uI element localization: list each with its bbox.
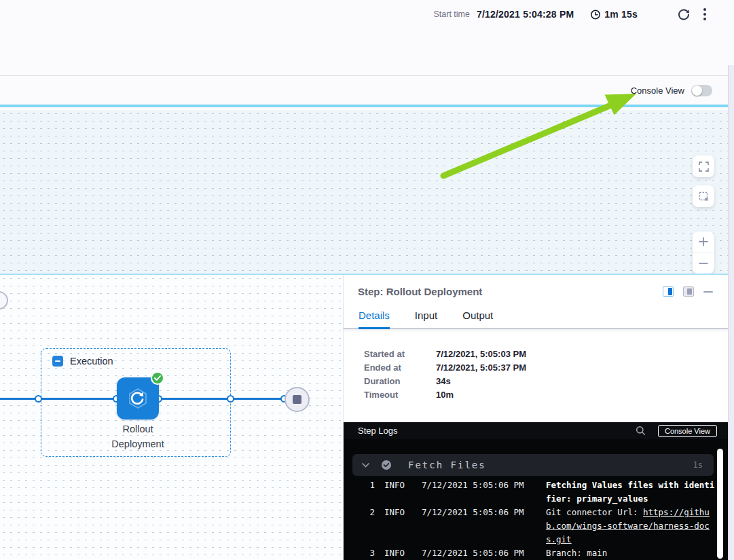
dock-panel-layout-icon[interactable] <box>683 286 694 297</box>
marquee-select-button[interactable] <box>693 185 714 207</box>
execution-meta: Start time 7/12/2021 5:04:28 PM 1m 15s <box>433 5 708 23</box>
node-label-line1: Rollout <box>70 422 206 436</box>
panel-actions <box>663 286 713 297</box>
dock-right-layout-icon[interactable] <box>663 286 674 297</box>
detail-value: 34s <box>436 375 728 388</box>
rollout-deployment-node[interactable] <box>117 377 159 419</box>
collapse-group-button[interactable] <box>52 356 63 367</box>
log-level: INFO <box>375 479 411 506</box>
log-rows: 1INFO7/12/2021 5:05:06 PMFetching Values… <box>352 479 728 560</box>
elapsed-value: 1m 15s <box>604 9 638 20</box>
console-view-label: Console View <box>631 86 684 96</box>
tab-input[interactable]: Input <box>415 310 437 328</box>
log-section-header[interactable]: Fetch Files 1s <box>352 454 714 476</box>
log-line: 3INFO7/12/2021 5:05:06 PMBranch: main <box>352 546 728 560</box>
log-level: INFO <box>375 546 411 560</box>
detail-value: 7/12/2021, 5:05:37 PM <box>436 361 728 375</box>
panel-title: Step: Rollout Deployment <box>358 286 482 297</box>
search-icon <box>636 426 646 436</box>
section-success-icon <box>381 460 392 470</box>
zoom-in-icon <box>698 236 709 247</box>
kebab-menu-icon <box>703 7 707 21</box>
console-view-switch[interactable] <box>691 85 712 96</box>
refresh-button[interactable] <box>676 6 692 22</box>
previous-node-partial <box>0 291 8 310</box>
more-options-button[interactable] <box>701 6 708 22</box>
log-message: Fetching Values files with identifier: p… <box>527 479 717 506</box>
step-details-panel: Step: Rollout Deployment DetailsInputOut… <box>343 275 728 560</box>
zoom-controls <box>693 231 714 274</box>
right-edge-panel <box>728 65 734 560</box>
node-label: Rollout Deployment <box>70 422 206 451</box>
elapsed-duration: 1m 15s <box>590 9 638 20</box>
panel-tabs: DetailsInputOutput <box>344 304 728 329</box>
switch-knob <box>692 86 702 96</box>
pipeline-execution-page: Start time 7/12/2021 5:04:28 PM 1m 15s <box>0 0 734 560</box>
clock-icon <box>590 9 601 20</box>
execution-group-label: Execution <box>70 356 113 367</box>
stage-canvas[interactable] <box>0 110 728 274</box>
log-line-number: 3 <box>352 546 375 560</box>
rollout-icon <box>124 385 151 412</box>
detail-value: 10m <box>436 388 728 402</box>
detail-label: Timeout <box>364 388 436 402</box>
logs-console-view-button[interactable]: Console View <box>658 425 717 437</box>
minus-icon <box>55 360 60 362</box>
log-line-number: 1 <box>352 479 375 506</box>
detail-label: Started at <box>364 348 436 361</box>
zoom-out-button[interactable] <box>693 253 714 274</box>
detail-row: Duration34s <box>364 375 728 388</box>
log-section-duration: 1s <box>693 460 703 470</box>
log-search-button[interactable] <box>636 426 646 436</box>
fullscreen-icon <box>699 162 709 172</box>
zoom-out-icon <box>698 258 709 269</box>
zoom-in-button[interactable] <box>693 231 714 253</box>
log-line-number: 2 <box>352 506 375 546</box>
detail-label: Ended at <box>364 361 436 375</box>
node-label-line2: Deployment <box>70 436 206 451</box>
detail-value: 7/12/2021, 5:05:03 PM <box>436 348 728 361</box>
step-logs-bar: Step Logs Console View <box>344 422 728 439</box>
refresh-icon <box>677 7 691 21</box>
marquee-select-icon <box>699 191 709 202</box>
log-timestamp: 7/12/2021 5:05:06 PM <box>411 506 527 546</box>
detail-label: Duration <box>364 375 436 388</box>
step-logs-section: Step Logs Console View <box>344 422 728 560</box>
tab-output[interactable]: Output <box>462 310 493 328</box>
success-badge <box>151 371 164 385</box>
log-line: 1INFO7/12/2021 5:05:06 PMFetching Values… <box>352 479 728 506</box>
log-scrollbar[interactable] <box>717 449 723 559</box>
edge-connector <box>227 395 234 403</box>
step-graph-canvas[interactable]: Execution Rollout Deployment <box>0 275 343 560</box>
check-icon <box>154 375 161 381</box>
pipeline-toolbar: Console View <box>0 77 728 107</box>
start-time-value: 7/12/2021 5:04:28 PM <box>477 9 574 20</box>
log-level: INFO <box>375 506 411 546</box>
step-detail-rows: Started at7/12/2021, 5:05:03 PMEnded at7… <box>344 329 728 402</box>
tab-details[interactable]: Details <box>359 310 390 328</box>
execution-header: Start time 7/12/2021 5:04:28 PM 1m 15s <box>0 0 734 76</box>
log-line: 2INFO7/12/2021 5:05:06 PMGit connector U… <box>352 506 728 546</box>
log-timestamp: 7/12/2021 5:05:06 PM <box>411 479 527 506</box>
step-logs-title: Step Logs <box>358 426 636 436</box>
detail-row: Started at7/12/2021, 5:05:03 PM <box>364 348 728 361</box>
canvas-controls <box>693 155 714 274</box>
console-view-toggle-group: Console View <box>631 85 712 96</box>
log-section-name: Fetch Files <box>408 460 693 470</box>
chevron-down-icon <box>362 463 369 468</box>
start-time-label: Start time <box>433 10 470 19</box>
minimize-panel-button[interactable] <box>703 291 713 293</box>
log-timestamp: 7/12/2021 5:05:06 PM <box>411 546 527 560</box>
log-message: Git connector Url: https://github.com/wi… <box>527 506 717 546</box>
panel-header: Step: Rollout Deployment <box>344 275 728 304</box>
edge-connector <box>35 395 42 403</box>
stop-icon <box>293 395 301 404</box>
detail-row: Ended at7/12/2021, 5:05:37 PM <box>364 361 728 375</box>
fullscreen-button[interactable] <box>693 155 714 177</box>
log-message: Branch: main <box>527 546 717 560</box>
log-link[interactable]: https://github.com/wings-software/harnes… <box>546 507 710 544</box>
log-console[interactable]: Fetch Files 1s 1INFO7/12/2021 5:05:06 PM… <box>344 439 728 560</box>
end-node[interactable] <box>285 387 310 412</box>
detail-row: Timeout10m <box>364 388 728 402</box>
execution-group-header: Execution <box>52 356 113 367</box>
